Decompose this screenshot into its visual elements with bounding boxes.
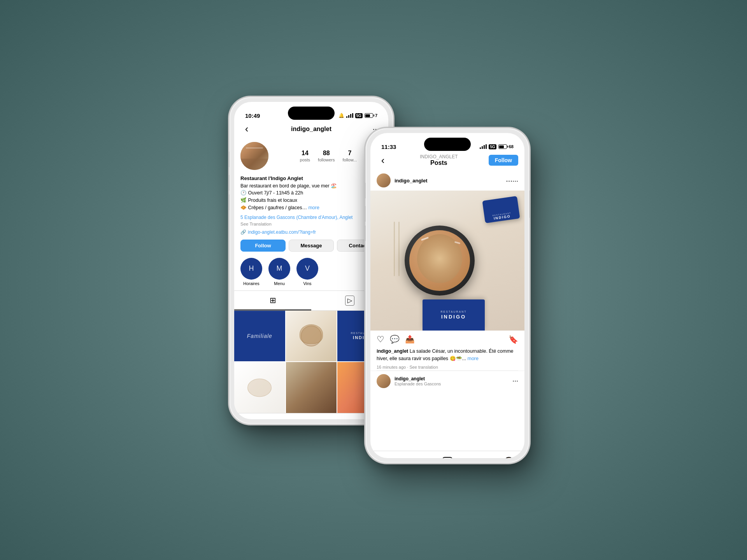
tabs-bar: ⊞ ▷ <box>234 290 388 311</box>
back-button-1[interactable] <box>240 123 253 135</box>
phones-container: 10:49 🔔 5G 7 <box>218 66 529 494</box>
follow-button[interactable]: Follow <box>240 240 286 252</box>
nav-search-1[interactable]: 🔍 <box>283 418 302 419</box>
posts-label: posts <box>300 158 310 162</box>
battery-pct-2: 68 <box>509 144 514 149</box>
address-text: 5 Esplanade des Gascons (Chambre d'Amour… <box>240 215 352 220</box>
highlight-vins[interactable]: V Vins <box>296 258 318 286</box>
back-button-2[interactable] <box>377 154 389 166</box>
following-label: follow... <box>343 158 357 162</box>
bio-line4: 🧇 Crêpes / gaufres / glaces… more <box>240 204 382 212</box>
profile-section: 14 posts 88 followers 7 follow... <box>234 139 388 173</box>
link-icon: 🔗 <box>240 229 246 235</box>
bio-more[interactable]: more <box>308 205 319 210</box>
phone-1-screen: 10:49 🔔 5G 7 <box>234 102 388 419</box>
ig-profile-header: indigo_anglet <box>234 123 388 139</box>
grid-cell-plate[interactable] <box>234 362 285 413</box>
nav-reels-2[interactable]: ▷ <box>469 456 487 458</box>
next-post-location: Esplanade des Gascons <box>395 382 441 386</box>
profile-location[interactable]: 5 Esplanade des Gascons (Chambre d'Amour… <box>234 215 388 221</box>
next-post-item[interactable]: indigo_anglet Esplanade des Gascons ··· <box>370 371 524 391</box>
5g-badge-2: 5G <box>489 144 496 149</box>
grid-tab-icon: ⊞ <box>270 296 276 305</box>
post-user-info: indigo_anglet <box>377 173 428 187</box>
ig-action-buttons: Follow Message Contac... <box>234 238 388 255</box>
message-button[interactable]: Message <box>289 240 334 252</box>
battery-2 <box>498 144 507 149</box>
post-username[interactable]: indigo_anglet <box>395 178 428 184</box>
dynamic-island-1 <box>288 107 335 120</box>
followers-count: 88 <box>318 150 335 157</box>
post-user-row: indigo_anglet ··· <box>370 170 524 191</box>
caption-username[interactable]: indigo_anglet <box>377 348 408 354</box>
bio-link[interactable]: 🔗 indigo-anglet.eatbu.com/?lang=fr <box>234 229 388 236</box>
highlight-menu[interactable]: M Menu <box>268 258 290 286</box>
reels-tab-icon: ▷ <box>345 296 354 306</box>
nav-search-2[interactable]: 🔍 <box>407 456 426 458</box>
highlight-label-vins: Vins <box>303 281 311 286</box>
grid-cell-drink[interactable] <box>286 362 337 413</box>
highlight-circle-menu: M <box>268 258 290 280</box>
menu-book-large: INDIGO <box>441 314 466 320</box>
nav-home-1[interactable]: ⌂ <box>244 418 263 419</box>
post-time: 16 minutes ago · See translation <box>370 364 524 370</box>
nav-avatar-img <box>504 457 514 458</box>
comment-action[interactable]: 💬 <box>390 334 400 345</box>
highlight-circle-vins: V <box>296 258 318 280</box>
posts-title: Posts <box>430 159 447 166</box>
stat-followers: 88 followers <box>318 150 335 163</box>
posts-count: 14 <box>300 150 310 157</box>
following-count: 7 <box>343 150 357 157</box>
status-icons-1: 🔔 5G 7 <box>338 113 377 118</box>
grid-text-familiale: Familiale <box>247 333 272 339</box>
link-text: indigo-anglet.eatbu.com/?lang=fr <box>248 229 316 235</box>
next-post-info: indigo_anglet Esplanade des Gascons <box>377 374 441 388</box>
status-time-2: 11:33 <box>381 144 396 150</box>
highlight-label-menu: Menu <box>274 281 285 286</box>
bio-line3: 🌿 Produits frais et locaux <box>240 197 382 204</box>
profile-username-1: indigo_anglet <box>253 126 370 133</box>
nav-add-1[interactable] <box>321 418 340 419</box>
highlight-label-horaires: Horaires <box>243 281 260 286</box>
bottom-nav-1: ⌂ 🔍 ▷ <box>234 413 388 419</box>
next-post-more-btn[interactable]: ··· <box>512 377 518 385</box>
bio-line1: Bar restaurant en bord de plage, vue mer… <box>240 182 382 190</box>
menu-book: RESTAURANT INDIGO <box>423 299 485 331</box>
heart-action[interactable]: ♡ <box>377 334 384 345</box>
status-time-1: 10:49 <box>245 112 260 119</box>
stat-posts: 14 posts <box>300 150 310 163</box>
phone-2: 11:33 5G 68 <box>366 128 529 463</box>
follow-button-2[interactable]: Follow <box>489 155 518 166</box>
see-translation[interactable]: See Translation <box>240 222 382 226</box>
stat-following: 7 follow... <box>343 150 357 163</box>
menu-book-small: RESTAURANT <box>441 310 467 313</box>
nav-home-2[interactable]: ⌂ <box>377 456 395 458</box>
caption-more[interactable]: more <box>468 356 479 361</box>
share-action[interactable]: 📤 <box>405 334 415 345</box>
signal-bars-1 <box>346 113 353 118</box>
nav-add-2[interactable] <box>438 456 457 458</box>
status-icons-2: 5G 68 <box>480 144 514 149</box>
tab-grid[interactable]: ⊞ <box>234 291 311 310</box>
grid-cell-familiale[interactable]: Familiale <box>234 311 285 362</box>
next-post-username: indigo_anglet <box>395 376 441 382</box>
post-actions-left: ♡ 💬 📤 <box>377 334 415 345</box>
highlight-circle-horaires: H <box>240 258 262 280</box>
signal-bars-2 <box>480 144 487 149</box>
search-icon-2: 🔍 <box>412 458 421 458</box>
notif-icon-1: 🔔 <box>338 113 344 118</box>
highlight-horaires[interactable]: H Horaires <box>240 258 262 286</box>
ig-posts: INDIGO_ANGLET Posts Follow indigo_anglet… <box>370 154 524 458</box>
posts-username-small: INDIGO_ANGLET <box>420 154 458 159</box>
posts-header: INDIGO_ANGLET Posts Follow <box>370 154 524 170</box>
next-post-text-group: indigo_anglet Esplanade des Gascons <box>395 376 441 386</box>
5g-badge-1: 5G <box>355 113 363 118</box>
grid-cell-food1[interactable] <box>286 311 337 362</box>
dynamic-island-2 <box>424 138 471 151</box>
save-action[interactable]: 🔖 <box>509 335 518 344</box>
post-actions: ♡ 💬 📤 🔖 <box>370 331 524 346</box>
photo-grid: Familiale RESTAURANT INDIGO <box>234 311 388 413</box>
nav-avatar-2[interactable] <box>500 456 518 458</box>
post-avatar <box>377 173 391 187</box>
post-more-btn[interactable]: ··· <box>506 176 518 185</box>
